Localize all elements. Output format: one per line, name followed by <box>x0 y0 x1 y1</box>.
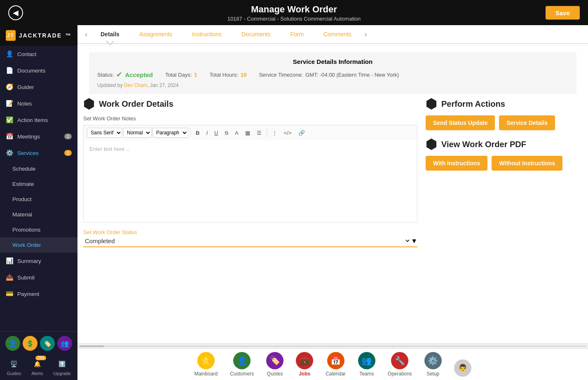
rte-size-select[interactable]: Normal <box>123 128 152 138</box>
rte-format-select[interactable]: Paragraph <box>152 128 188 138</box>
sidebar-item-work-order[interactable]: Work Order <box>0 237 77 253</box>
rte-placeholder: Enter text here ... <box>89 146 131 152</box>
bottom-nav-teams[interactable]: 👥 Teams <box>358 352 375 377</box>
tab-bar: ‹ Details Assignments Instructions Docum… <box>77 25 588 44</box>
sidebar-item-notes[interactable]: 📝 Notes <box>0 95 77 112</box>
sidebar-item-meetings[interactable]: 📅 Meetings 0 <box>0 128 77 145</box>
timezone-value: GMT: -04:00 (Eastern Time - New York) <box>305 72 399 78</box>
sidebar-item-promotions[interactable]: Promotions <box>0 222 77 237</box>
tab-instructions[interactable]: Instructions <box>182 25 232 43</box>
tab-form[interactable]: Form <box>280 25 314 43</box>
tab-documents[interactable]: Documents <box>232 25 281 43</box>
customers-label: Customers <box>230 371 254 377</box>
summary-icon: 📊 <box>6 257 13 265</box>
sidebar-item-services[interactable]: ⚙️ Services 1 <box>0 145 77 161</box>
work-order-section-heading: Work Order Details <box>83 98 417 110</box>
rte-underline-btn[interactable]: U <box>211 128 221 138</box>
sidebar-item-documents[interactable]: 📄 Documents <box>0 62 77 79</box>
service-details-btn[interactable]: Service Details <box>499 115 555 130</box>
bottom-icon-tag[interactable]: 🏷️ <box>40 336 55 351</box>
user-avatar[interactable]: 👨 <box>454 359 471 377</box>
rte-strikethrough-btn[interactable]: S <box>222 128 231 138</box>
bottom-nav-calendar[interactable]: 📅 Calendar <box>326 352 346 377</box>
tab-assignments[interactable]: Assignments <box>129 25 182 43</box>
setup-label: Setup <box>426 371 439 377</box>
services-badge: 1 <box>64 150 72 156</box>
tab-next-arrow[interactable]: › <box>361 30 370 38</box>
alerts-badge: 269 <box>35 356 47 360</box>
sidebar-label-promotions: Promotions <box>12 227 40 233</box>
operations-label: Operations <box>388 371 412 377</box>
nav-alerts[interactable]: 🔔 269 Alerts <box>31 358 43 376</box>
set-notes-label: Set Work Order Notes <box>83 115 417 122</box>
sidebar-item-contact[interactable]: 👤 Contact <box>0 46 77 62</box>
action-items-icon: ✅ <box>6 116 13 124</box>
work-order-status-select[interactable]: Completed <box>83 237 411 245</box>
sidebar-item-submit[interactable]: 📤 Submit <box>0 269 77 286</box>
back-button[interactable]: ◀ <box>8 5 23 20</box>
rte-font-color-btn[interactable]: A <box>232 128 241 138</box>
guides-icon: 🖥️ <box>8 358 20 370</box>
rte-body[interactable]: Enter text here ... <box>83 140 417 223</box>
mainboard-icon: ⭐ <box>197 352 215 369</box>
sidebar-label-submit: Submit <box>17 274 35 281</box>
horizontal-scrollbar[interactable] <box>77 343 588 348</box>
bottom-icon-dollar[interactable]: 💲 <box>23 336 37 351</box>
tab-prev-arrow[interactable]: ‹ <box>82 30 91 38</box>
bottom-nav-setup[interactable]: ⚙️ Setup <box>424 352 442 377</box>
status-select-row: Completed ▼ <box>83 237 417 247</box>
bottom-icon-group[interactable]: 👥 <box>57 336 72 351</box>
rte-italic-btn[interactable]: I <box>203 128 211 138</box>
sidebar-item-estimate[interactable]: Estimate <box>0 176 77 192</box>
bottom-nav-operations[interactable]: 🔧 Operations <box>388 352 412 377</box>
nav-upgrade[interactable]: ⬆️ Upgrade <box>53 358 70 376</box>
documents-icon: 📄 <box>6 67 13 74</box>
setup-icon: ⚙️ <box>424 352 442 369</box>
tab-comments[interactable]: Comments <box>314 25 361 43</box>
tab-details[interactable]: Details <box>91 25 129 43</box>
sidebar-item-summary[interactable]: 📊 Summary <box>0 253 77 269</box>
sidebar-label-action-items: Action Items <box>17 117 48 123</box>
sidebar-item-guider[interactable]: 🧭 Guider <box>0 79 77 95</box>
rte-font-select[interactable]: Sans Serif <box>87 128 122 138</box>
rte-list-btn[interactable]: ☰ <box>254 128 265 138</box>
with-instructions-btn[interactable]: With Instructions <box>426 156 487 171</box>
rte-highlight-btn[interactable]: ▦ <box>242 128 253 138</box>
calendar-label: Calendar <box>326 371 346 377</box>
bottom-nav-customers[interactable]: 👤 Customers <box>230 352 254 377</box>
save-button[interactable]: Save <box>546 6 580 19</box>
nav-guides[interactable]: 🖥️ Guides <box>7 358 21 376</box>
top-header: ◀ Manage Work Order 10187 - Commercial -… <box>0 0 588 25</box>
rte-bold-btn[interactable]: B <box>193 128 202 138</box>
bottom-nav: ⭐ Mainboard 👤 Customers 🏷️ Quotes 💼 Jobs… <box>77 348 588 380</box>
two-col-layout: Work Order Details Set Work Order Notes … <box>83 98 582 247</box>
bottom-nav-mainboard[interactable]: ⭐ Mainboard <box>194 352 218 377</box>
total-hours-value: 10 <box>241 72 246 78</box>
guider-icon: 🧭 <box>6 83 13 91</box>
rte-code-btn[interactable]: </> <box>281 128 295 138</box>
bottom-icon-person[interactable]: 👤 <box>5 336 20 351</box>
service-details-heading: Service Details Information <box>97 58 568 65</box>
sidebar-label-services: Services <box>17 150 39 156</box>
send-status-update-btn[interactable]: Send Status Update <box>426 115 495 130</box>
rte-toolbar: Sans Serif Normal Paragraph B I U S <box>83 125 417 140</box>
without-instructions-btn[interactable]: Without Instructions <box>492 156 562 171</box>
sidebar-item-schedule[interactable]: Schedule <box>0 161 77 176</box>
rte-more-btn[interactable]: ⋮ <box>269 128 280 138</box>
bottom-nav-jobs[interactable]: 💼 Jobs <box>296 352 313 377</box>
work-order-hex-icon <box>83 98 95 110</box>
total-days-label: Total Days: <box>165 72 192 78</box>
sidebar-item-payment[interactable]: 💳 Payment <box>0 286 77 302</box>
bottom-nav-quotes[interactable]: 🏷️ Quotes <box>266 352 283 377</box>
sidebar-item-material[interactable]: Material <box>0 207 77 222</box>
check-icon: ✔ <box>116 70 122 79</box>
rte-link-btn[interactable]: 🔗 <box>295 128 308 138</box>
action-buttons: Send Status Update Service Details <box>426 115 582 130</box>
sidebar-label-documents: Documents <box>17 68 45 74</box>
sidebar-item-action-items[interactable]: ✅ Action Items <box>0 112 77 128</box>
status-section: Set Work Order Status Completed ▼ <box>83 229 417 247</box>
sidebar-label-contact: Contact <box>17 51 37 57</box>
contact-icon: 👤 <box>6 50 13 58</box>
content-area: ‹ Details Assignments Instructions Docum… <box>77 25 588 380</box>
sidebar-item-product[interactable]: Product <box>0 192 77 207</box>
